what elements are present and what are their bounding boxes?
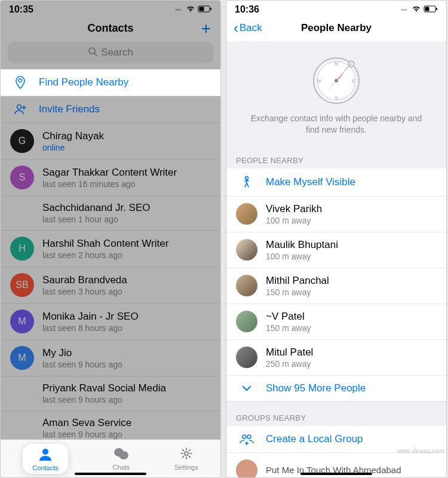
person-distance: 150 m away — [266, 323, 437, 333]
svg-text:S: S — [335, 96, 338, 100]
home-indicator[interactable] — [75, 473, 146, 475]
battery-icon — [198, 5, 212, 14]
invite-label: Invite Friends — [39, 103, 211, 115]
contact-status: online — [42, 143, 211, 152]
contact-name: Saurab Brandveda — [42, 274, 211, 286]
contact-status: last seen 8 hours ago — [42, 323, 211, 333]
find-people-nearby-button[interactable]: Find People Nearby — [1, 69, 220, 96]
svg-point-5 — [17, 105, 22, 109]
svg-text:E: E — [352, 79, 355, 83]
make-visible-button[interactable]: Make Myself Visible — [226, 168, 446, 197]
person-name: ~V Patel — [266, 311, 437, 323]
contact-row[interactable]: M My Jiolast seen 9 hours ago — [1, 340, 220, 376]
svg-rect-13 — [425, 7, 429, 11]
add-contact-button[interactable]: + — [201, 20, 211, 37]
contact-status: last seen 9 hours ago — [42, 430, 211, 439]
contact-status: last seen 16 minutes ago — [42, 179, 211, 189]
contact-row[interactable]: Sachchidanand Jr. SEOlast seen 1 hour ag… — [1, 196, 220, 231]
contact-name: Chirag Nayak — [42, 130, 211, 142]
section-header-people: PEOPLE NEARBY — [226, 144, 446, 168]
avatar: S — [10, 166, 34, 189]
person-distance: 100 m away — [266, 252, 437, 261]
person-distance: 100 m away — [266, 216, 437, 225]
invite-icon — [10, 102, 30, 117]
avatar — [236, 347, 257, 368]
avatar: M — [10, 346, 34, 370]
tab-bar: Contacts Chats Settings — [1, 439, 220, 477]
svg-text:N: N — [335, 62, 337, 66]
back-label: Back — [240, 22, 262, 34]
contact-row[interactable]: S Sagar Thakkar Content Writerlast seen … — [1, 160, 220, 196]
nearby-person-row[interactable]: Maulik Bhuptani100 m away — [226, 232, 446, 268]
nav-header: Contacts + — [1, 16, 220, 42]
svg-rect-14 — [436, 8, 437, 10]
svg-point-10 — [119, 451, 128, 459]
contact-name: Priyank Raval Social Media — [42, 382, 211, 394]
svg-point-21 — [335, 79, 338, 82]
show-more-button[interactable]: Show 95 More People — [226, 376, 446, 402]
page-title: People Nearby — [301, 22, 372, 34]
section-header-groups: GROUPS NEARBY — [226, 402, 446, 426]
svg-text:W: W — [317, 79, 321, 83]
nearby-person-row[interactable]: ~V Patel150 m away — [226, 304, 446, 340]
home-indicator[interactable] — [300, 473, 372, 475]
person-distance: 150 m away — [266, 287, 437, 297]
svg-rect-1 — [200, 7, 204, 11]
back-button[interactable]: ‹ Back — [234, 21, 262, 35]
create-group-label: Create a Local Group — [266, 433, 437, 445]
contact-row[interactable]: Priyank Raval Social Medialast seen 9 ho… — [1, 376, 220, 411]
svg-point-28 — [247, 435, 251, 439]
contact-row[interactable]: G Chirag Nayakonline — [1, 123, 220, 160]
nearby-person-row[interactable]: Vivek Parikh100 m away — [226, 197, 446, 232]
invite-friends-button[interactable]: Invite Friends — [1, 96, 220, 123]
tab-label: Settings — [174, 464, 198, 471]
contact-status: last seen 1 hour ago — [42, 215, 211, 224]
nearby-person-row[interactable]: Mitul Patel250 m away — [226, 340, 446, 376]
person-walking-icon — [236, 175, 257, 189]
contact-row[interactable]: H Harshil Shah Content Writerlast seen 2… — [1, 231, 220, 267]
avatar — [236, 239, 257, 261]
signal-dots-icon: •••• — [175, 7, 181, 13]
watermark: www.deuaq.com — [397, 448, 444, 454]
group-add-icon — [236, 433, 257, 446]
wifi-icon — [412, 5, 421, 14]
contact-status: last seen 9 hours ago — [42, 395, 211, 405]
avatar — [236, 311, 257, 332]
tab-chats[interactable]: Chats — [112, 447, 130, 471]
contact-name: My Jio — [42, 347, 211, 359]
chevron-down-icon — [236, 382, 257, 394]
chevron-left-icon: ‹ — [234, 21, 238, 35]
contact-name: Sagar Thakkar Content Writer — [42, 167, 211, 179]
wifi-icon — [186, 5, 195, 14]
tab-label: Chats — [112, 464, 130, 471]
avatar: H — [10, 237, 34, 261]
contact-row[interactable]: SB Saurab Brandvedalast seen 3 hours ago — [1, 267, 220, 304]
search-input[interactable]: Search — [8, 42, 213, 63]
action-label: Make Myself Visible — [266, 176, 437, 188]
tab-settings[interactable]: Settings — [174, 447, 198, 471]
avatar — [236, 203, 257, 225]
svg-point-8 — [42, 449, 48, 455]
hero-caption: Exchange contact info with people nearby… — [236, 113, 437, 136]
status-icons: •••• — [175, 5, 212, 14]
status-time: 10:35 — [9, 4, 33, 15]
contact-status: last seen 2 hours ago — [42, 250, 211, 260]
tab-contacts[interactable]: Contacts — [23, 444, 67, 474]
svg-line-4 — [94, 53, 97, 56]
avatar — [236, 275, 257, 296]
contact-row[interactable]: M Monika Jain - Jr SEOlast seen 8 hours … — [1, 304, 220, 340]
nearby-person-row[interactable]: Mithil Panchal150 m away — [226, 268, 446, 304]
avatar — [236, 459, 257, 478]
show-more-label: Show 95 More People — [266, 382, 437, 394]
search-placeholder: Search — [101, 47, 133, 59]
status-bar: 10:36 •••• — [226, 1, 446, 16]
hero-box: N S W E Exchange contact info with peopl… — [226, 41, 446, 144]
page-title: Contacts — [87, 22, 133, 35]
svg-point-27 — [243, 435, 246, 439]
contact-status: last seen 9 hours ago — [42, 360, 211, 369]
avatar: M — [10, 310, 34, 333]
people-nearby-screen: 10:36 •••• ‹ Back People Nearby — [226, 0, 447, 478]
search-icon — [88, 47, 97, 59]
status-bar: 10:35 •••• — [1, 1, 220, 16]
person-name: Mithil Panchal — [266, 275, 437, 287]
